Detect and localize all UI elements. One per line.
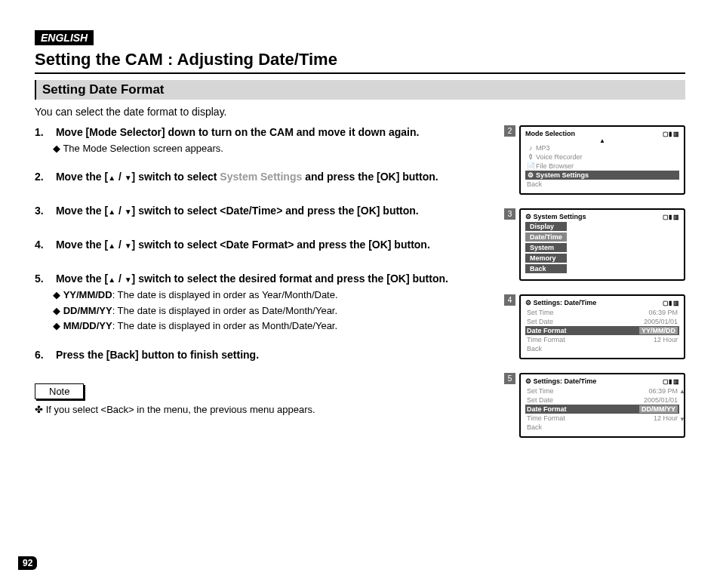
menu-item: Back [525,180,679,189]
row-set-date: Set Date2005/01/01 [525,396,679,405]
step-3: Move the [ / ] switch to select <Date/Ti… [35,204,504,218]
battery-icon: ▢▮ ▥ [663,214,679,220]
menu-item: 🎙Voice Recorder [525,152,679,162]
settings-menu: Display Date/Time System Memory Back [525,222,567,275]
row-set-date: Set Date2005/01/01 [525,317,679,326]
menu-item: Display [525,222,567,231]
menu-item: ♪MP3 [525,143,679,152]
updown-arrows-icon: ▲▼ [679,388,685,423]
screen-tag: 3 [504,208,515,220]
menu-item: Memory [525,254,567,263]
file-icon: 📄 [527,162,534,170]
menu-item-selected: ⚙System Settings [525,171,679,180]
screen-tag: 5 [504,373,515,384]
manual-page: ENGLISH Setting the CAM : Adjusting Date… [0,0,720,588]
screens-column: 2 Mode Selection▢▮ ▥ ▲ ♪MP3 🎙Voice Recor… [519,125,685,451]
intro-text: You can select the date format to displa… [35,106,685,118]
language-badge: ENGLISH [35,30,94,45]
note-label: Note [35,383,84,399]
step-6: Press the [Back] button to finish settin… [35,348,504,362]
row-date-format-selected: Date FormatDD/MM/YY [525,405,679,414]
arrows-icon: / [108,239,131,251]
step-4: Move the [ / ] switch to select <Date Fo… [35,238,504,252]
screen-5: 5 ⚙ Settings: Date/Time▢▮ ▥ Set Time06:3… [519,373,685,438]
gear-icon: ⚙ [527,171,534,179]
row-back: Back [525,423,679,432]
gear-icon: ⚙ [525,213,534,220]
screen-tag: 4 [504,294,515,306]
screen-title: ⚙ Settings: Date/Time [525,377,596,385]
screen-title: ⚙ Settings: Date/Time [525,299,596,306]
instructions: Move [Mode Selector] down to turn on the… [35,125,504,451]
screen-4: 4 ⚙ Settings: Date/Time▢▮ ▥ Set Time06:3… [519,294,685,359]
gear-icon: ⚙ [525,377,534,385]
arrows-icon: / [108,272,131,285]
note-text: If you select <Back> in the menu, the pr… [48,404,504,415]
battery-icon: ▢▮ ▥ [663,131,679,137]
screen-title: Mode Selection [525,130,575,137]
step-1-sub: The Mode Selection screen appears. [53,142,504,155]
step-5-sub3: MM/DD/YY: The date is displayed in order… [53,319,504,333]
step-5-sub2: DD/MM/YY: The date is displayed in order… [53,304,504,318]
arrows-icon: / [108,171,131,183]
menu-item: 📄File Browser [525,162,679,171]
row-set-time: Set Time06:39 PM [525,386,679,396]
row-set-time: Set Time06:39 PM [525,308,679,317]
step-2: Move the [ / ] switch to select System S… [35,170,504,184]
page-number: 92 [18,556,37,570]
arrows-icon: / [108,205,131,217]
mic-icon: 🎙 [527,153,534,161]
menu-item-selected: Date/Time [525,232,567,242]
row-time-format: Time Format12 Hour [525,414,679,423]
gear-icon: ⚙ [525,299,534,306]
menu-item: System [525,243,567,252]
screen-3: 3 ⚙ System Settings▢▮ ▥ Display Date/Tim… [519,208,685,281]
battery-icon: ▢▮ ▥ [663,300,679,306]
battery-icon: ▢▮ ▥ [663,378,679,385]
step-5-sub1: YY/MM/DD: The date is displayed in order… [53,288,504,302]
screen-tag: 2 [504,125,515,137]
screen-title: ⚙ System Settings [525,213,586,220]
row-time-format: Time Format12 Hour [525,335,679,344]
page-title: Setting the CAM : Adjusting Date/Time [35,50,685,74]
screen-2: 2 Mode Selection▢▮ ▥ ▲ ♪MP3 🎙Voice Recor… [519,125,685,195]
section-title: Setting Date Format [35,80,685,100]
music-icon: ♪ [527,144,534,152]
step-1: Move [Mode Selector] down to turn on the… [35,125,504,155]
row-back: Back [525,344,679,353]
step-5: Move the [ / ] switch to select the desi… [35,272,504,333]
row-date-format-selected: Date FormatYY/MM/DD [525,326,679,335]
mode-menu: ♪MP3 🎙Voice Recorder 📄File Browser ⚙Syst… [525,143,679,189]
menu-item: Back [525,264,567,273]
